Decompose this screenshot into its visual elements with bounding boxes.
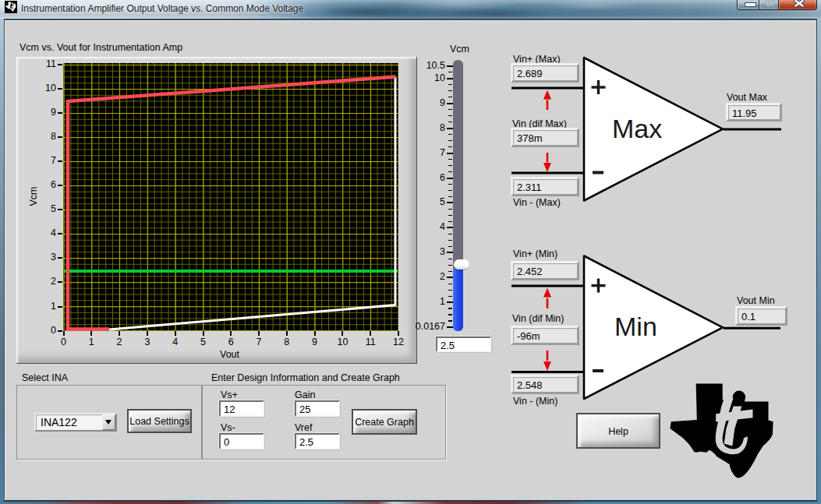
svg-text:Max: Max — [612, 114, 662, 143]
svg-text:Min: Min — [614, 312, 657, 341]
